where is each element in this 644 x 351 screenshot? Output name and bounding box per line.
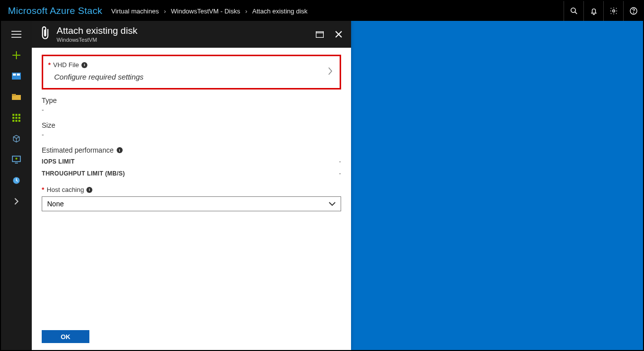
help-button[interactable] bbox=[623, 1, 643, 21]
header-actions bbox=[564, 1, 643, 21]
breadcrumb: Virtual machines › WindowsTestVM - Disks… bbox=[111, 7, 307, 15]
top-header: Microsoft Azure Stack Virtual machines ›… bbox=[1, 1, 643, 21]
required-asterisk: * bbox=[48, 61, 51, 69]
svg-rect-16 bbox=[15, 114, 17, 116]
svg-rect-11 bbox=[13, 74, 16, 76]
sidebar-monitor[interactable] bbox=[1, 149, 32, 170]
svg-point-4 bbox=[633, 12, 634, 13]
dashboard-icon bbox=[12, 73, 21, 80]
host-caching-selected: None bbox=[47, 200, 64, 208]
breadcrumb-item-disks[interactable]: WindowsTestVM - Disks bbox=[171, 7, 240, 15]
svg-rect-23 bbox=[18, 120, 20, 122]
brand-label[interactable]: Microsoft Azure Stack bbox=[8, 5, 102, 16]
sidebar-resource-groups[interactable] bbox=[1, 87, 32, 107]
size-label: Size bbox=[42, 121, 341, 129]
clock-icon bbox=[12, 176, 21, 185]
size-value: - bbox=[42, 131, 341, 138]
blade-body: * VHD File i Configure required settings… bbox=[32, 48, 351, 324]
ok-button[interactable]: OK bbox=[42, 330, 89, 343]
maximize-button[interactable] bbox=[311, 26, 328, 43]
search-button[interactable] bbox=[564, 1, 583, 21]
type-field: Type - bbox=[42, 96, 341, 113]
host-caching-dropdown[interactable]: None bbox=[42, 196, 341, 211]
svg-rect-15 bbox=[12, 114, 14, 116]
sidebar-cube[interactable] bbox=[1, 128, 32, 149]
host-caching-label: Host caching bbox=[47, 186, 84, 193]
blade-title: Attach existing disk bbox=[57, 25, 138, 37]
info-icon[interactable]: i bbox=[81, 62, 87, 68]
sidebar-recent[interactable] bbox=[1, 170, 32, 191]
chevron-right-icon bbox=[14, 198, 19, 205]
blade-subtitle: WindowsTestVM bbox=[57, 37, 138, 43]
required-asterisk: * bbox=[42, 186, 44, 193]
vhd-file-selector[interactable]: * VHD File i Configure required settings bbox=[42, 55, 341, 89]
iops-limit-label: IOPS LIMIT bbox=[42, 158, 74, 165]
grid-icon bbox=[12, 114, 20, 122]
chevron-right-icon: › bbox=[164, 7, 166, 15]
svg-rect-12 bbox=[17, 74, 20, 76]
configure-required-settings-link[interactable]: Configure required settings bbox=[48, 73, 335, 81]
size-field: Size - bbox=[42, 121, 341, 138]
svg-rect-20 bbox=[18, 117, 20, 119]
vhd-file-label: VHD File bbox=[53, 61, 79, 69]
svg-rect-14 bbox=[12, 94, 16, 96]
close-button[interactable] bbox=[330, 26, 347, 43]
svg-rect-19 bbox=[15, 117, 17, 119]
svg-rect-22 bbox=[15, 120, 17, 122]
sidebar-all-resources[interactable] bbox=[1, 107, 32, 128]
bell-icon bbox=[589, 6, 598, 15]
left-sidebar bbox=[1, 21, 32, 350]
help-icon bbox=[629, 6, 638, 15]
type-label: Type bbox=[42, 96, 341, 104]
notifications-button[interactable] bbox=[583, 1, 603, 21]
chevron-right-icon bbox=[328, 67, 333, 77]
throughput-limit-value: - bbox=[339, 170, 341, 177]
blade-header: Attach existing disk WindowsTestVM bbox=[32, 21, 351, 48]
settings-button[interactable] bbox=[603, 1, 623, 21]
breadcrumb-item-attach[interactable]: Attach existing disk bbox=[252, 7, 307, 15]
attachment-icon bbox=[39, 26, 52, 43]
iops-limit-value: - bbox=[339, 158, 341, 165]
svg-rect-17 bbox=[18, 114, 20, 116]
breadcrumb-item-vm[interactable]: Virtual machines bbox=[111, 7, 159, 15]
throughput-limit-row: THROUGHPUT LIMIT (MB/S) - bbox=[42, 170, 341, 177]
svg-point-0 bbox=[571, 8, 575, 12]
sidebar-hamburger[interactable] bbox=[1, 24, 32, 45]
close-icon bbox=[335, 31, 342, 38]
gear-icon bbox=[609, 6, 618, 15]
plus-icon bbox=[11, 50, 21, 60]
svg-point-25 bbox=[15, 158, 17, 160]
workspace: Attach existing disk WindowsTestVM * VHD… bbox=[32, 21, 643, 350]
hamburger-icon bbox=[11, 30, 21, 38]
sidebar-dashboard[interactable] bbox=[1, 66, 32, 87]
info-icon[interactable]: i bbox=[117, 147, 123, 153]
svg-rect-18 bbox=[12, 117, 14, 119]
type-value: - bbox=[42, 106, 341, 113]
maximize-icon bbox=[316, 31, 324, 38]
chevron-down-icon bbox=[329, 200, 336, 208]
search-icon bbox=[570, 6, 578, 15]
sidebar-new[interactable] bbox=[1, 45, 32, 66]
svg-line-1 bbox=[574, 12, 576, 14]
monitor-icon bbox=[12, 156, 21, 164]
host-caching-field: * Host caching i None bbox=[42, 186, 341, 211]
blade-footer: OK bbox=[32, 324, 351, 350]
estimated-performance-heading: Estimated performance i bbox=[42, 146, 341, 154]
cube-icon bbox=[12, 134, 21, 143]
svg-rect-21 bbox=[12, 120, 14, 122]
info-icon[interactable]: i bbox=[86, 187, 92, 193]
attach-existing-disk-blade: Attach existing disk WindowsTestVM * VHD… bbox=[32, 21, 351, 350]
sidebar-expand[interactable] bbox=[1, 191, 32, 212]
throughput-limit-label: THROUGHPUT LIMIT (MB/S) bbox=[42, 170, 125, 177]
iops-limit-row: IOPS LIMIT - bbox=[42, 158, 341, 165]
folder-icon bbox=[12, 94, 21, 100]
svg-point-2 bbox=[612, 10, 615, 12]
chevron-right-icon: › bbox=[245, 7, 247, 15]
